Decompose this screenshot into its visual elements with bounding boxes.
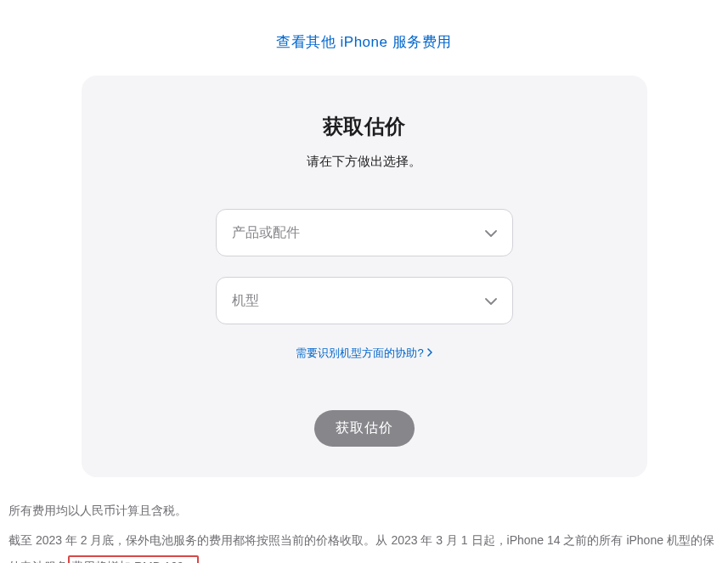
chevron-down-icon — [485, 225, 497, 240]
product-select[interactable]: 产品或配件 — [216, 209, 513, 256]
model-select-placeholder: 机型 — [232, 292, 259, 310]
footer-notes: 所有费用均以人民币计算且含税。 截至 2023 年 2 月底，保外电池服务的费用… — [0, 477, 728, 563]
model-select[interactable]: 机型 — [216, 277, 513, 324]
top-link-container: 查看其他 iPhone 服务费用 — [0, 0, 728, 76]
footer-line-1: 所有费用均以人民币计算且含税。 — [8, 498, 720, 524]
submit-row: 获取估价 — [116, 410, 613, 447]
identify-model-help-link[interactable]: 需要识别机型方面的协助? — [296, 346, 432, 361]
footer-line-2: 截至 2023 年 2 月底，保外电池服务的费用都将按照当前的价格收取。从 20… — [8, 527, 720, 563]
get-estimate-button[interactable]: 获取估价 — [314, 410, 415, 447]
help-link-label: 需要识别机型方面的协助? — [296, 346, 423, 361]
card-subtitle: 请在下方做出选择。 — [116, 154, 613, 170]
product-select-placeholder: 产品或配件 — [232, 224, 300, 242]
other-service-fees-link[interactable]: 查看其他 iPhone 服务费用 — [276, 34, 451, 50]
estimate-card: 获取估价 请在下方做出选择。 产品或配件 机型 需要识别机型方面的协助? 获取估… — [82, 76, 647, 477]
chevron-right-icon — [427, 348, 432, 358]
model-select-wrap: 机型 — [216, 277, 513, 324]
chevron-down-icon — [485, 293, 497, 308]
card-title: 获取估价 — [116, 113, 613, 140]
product-select-wrap: 产品或配件 — [216, 209, 513, 256]
price-increase-highlight: 费用将增加 RMB 169。 — [68, 555, 199, 563]
